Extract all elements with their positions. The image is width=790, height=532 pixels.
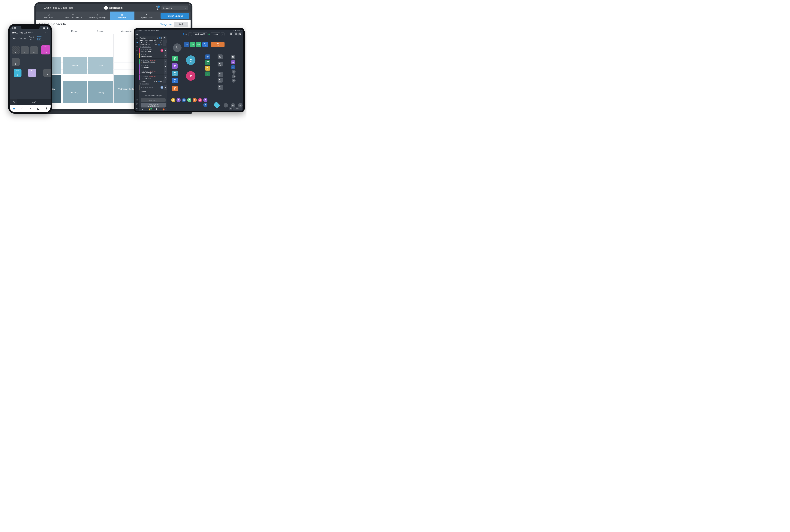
- date-picker[interactable]: Wed, Aug 24: [12, 31, 27, 34]
- reservation-item[interactable]: 210:36 am • 12m12✦: [139, 85, 167, 90]
- server-chip[interactable]: ◉B7: [203, 98, 207, 102]
- nav-announce-icon[interactable]: ◣: [37, 107, 39, 110]
- table[interactable]: 4: [30, 46, 38, 54]
- tab-guest-list[interactable]: Guest List: [29, 36, 35, 41]
- reservation-item[interactable]: 312:00 pm • 10:47 amLaura Young✦: [139, 75, 167, 80]
- table[interactable]: 7: [43, 69, 51, 77]
- table[interactable]: ◉353: [218, 72, 223, 77]
- table[interactable]: ◉224: [172, 78, 178, 83]
- schedule-block[interactable]: Lunch: [88, 57, 113, 74]
- rail-item[interactable]: ▥: [136, 37, 138, 39]
- bell-icon[interactable]: 🔔4: [146, 108, 153, 111]
- table[interactable]: 2: [12, 46, 20, 54]
- clock-icon[interactable]: ◷: [10, 99, 17, 105]
- table[interactable]: ◉255: [218, 85, 223, 90]
- add-button[interactable]: Add: [174, 22, 188, 27]
- rail-item[interactable]: ▤: [136, 45, 138, 48]
- floor-selector[interactable]: Main: [17, 99, 51, 105]
- server-chip[interactable]: ◉B3: [182, 98, 186, 102]
- table[interactable]: ◉221: [172, 56, 178, 61]
- server-chip[interactable]: ◉B2: [177, 98, 181, 102]
- table[interactable]: ◉111: [173, 43, 182, 52]
- table[interactable]: C3: [231, 65, 235, 69]
- section-seated[interactable]: Seated ⚭ 29👤 68⌃: [139, 80, 167, 83]
- section-reservations[interactable]: Reservations ⚭ 6👤 23⌃: [139, 43, 167, 46]
- collapse-icon[interactable]: ⇤: [136, 108, 138, 110]
- date-picker[interactable]: Wed, Aug 12: [193, 32, 207, 36]
- table[interactable]: ◉225: [172, 86, 178, 91]
- table[interactable]: C2: [231, 60, 235, 64]
- gear-icon[interactable]: ⚙: [136, 99, 138, 101]
- reservation-action[interactable]: ✦: [164, 53, 167, 58]
- chevron-left-icon[interactable]: ‹: [188, 32, 192, 36]
- phone-floor-plan[interactable]: 234◉ 2191◉ 35◉ 167: [10, 42, 51, 97]
- table[interactable]: C5: [232, 74, 236, 78]
- shift-picker[interactable]: Lunch: [210, 32, 220, 36]
- change-log-link[interactable]: Change Log: [160, 23, 171, 25]
- tab-floor-plan[interactable]: Floor Plan: [37, 36, 43, 41]
- tab-overview[interactable]: Overview: [18, 37, 26, 39]
- nav-gear-icon[interactable]: ⚙: [45, 107, 48, 110]
- tab-floor-plan[interactable]: ▢Floor Plan: [36, 12, 61, 20]
- shift-picker[interactable]: dinner: [28, 32, 34, 34]
- tab-stats[interactable]: Stats: [12, 37, 16, 39]
- sort-link[interactable]: by seated time: [139, 83, 167, 85]
- server-chip[interactable]: ◉B8: [203, 103, 207, 107]
- server-chip[interactable]: ◉B5: [192, 98, 197, 102]
- shield-icon[interactable]: ⛊: [153, 108, 160, 111]
- table[interactable]: ◉ 16: [28, 69, 36, 77]
- table[interactable]: L4: [238, 103, 242, 108]
- table[interactable]: ◉ 219: [41, 45, 50, 55]
- table[interactable]: ◉252: [218, 62, 223, 66]
- table[interactable]: ◉ 35: [14, 69, 21, 77]
- table[interactable]: ◉331: [186, 55, 196, 65]
- rail-item[interactable]: ⌂: [136, 54, 137, 56]
- tab-availability-settings[interactable]: ⎘Availability Settings: [85, 12, 110, 20]
- waitlist-slot[interactable]: 45m3: [149, 39, 153, 43]
- clock-icon[interactable]: ◷: [228, 107, 233, 110]
- reservation-action[interactable]: ✦: [164, 85, 167, 90]
- tab-special-days[interactable]: ✦Special Days: [134, 12, 159, 20]
- reservation-item[interactable]: 410:44 am • 4mThomas Mink32✦: [139, 48, 167, 53]
- reservation-action[interactable]: ✦: [164, 64, 167, 69]
- bell-off-icon[interactable]: 🔕: [160, 108, 167, 111]
- table[interactable]: ◉151: [218, 55, 223, 59]
- tablet-floor-plan[interactable]: ◷ Main ◉1111213a13b◉214◉115◉221◉331◉122◉…: [167, 36, 243, 111]
- reservation-item[interactable]: 211:45 amBruce Cuevas✦: [139, 53, 167, 59]
- reservation-action[interactable]: ✦: [164, 59, 167, 64]
- reservation-action[interactable]: ✦: [164, 75, 167, 80]
- chevron-right-icon[interactable]: ›: [48, 31, 48, 34]
- reservation-action[interactable]: ✦: [164, 69, 167, 75]
- reservation-action[interactable]: ✦: [164, 48, 167, 53]
- table[interactable]: ◉115: [211, 42, 224, 47]
- reservation-item[interactable]: 411:45 am • 10:47 amIrene Rodriguez✦: [139, 69, 167, 75]
- publish-updates-button[interactable]: Publish Updates: [161, 13, 189, 19]
- table[interactable]: C4: [232, 70, 236, 74]
- list-view-icon[interactable]: ▤: [234, 32, 237, 36]
- note-icon[interactable]: 🗎: [139, 108, 146, 111]
- tab-schedule[interactable]: ▦Schedule: [110, 12, 134, 20]
- table[interactable]: ◉143: [205, 66, 210, 71]
- table[interactable]: 13b: [196, 42, 201, 47]
- schedule-block[interactable]: Monday: [63, 81, 87, 103]
- table[interactable]: ◉122: [172, 63, 178, 69]
- table[interactable]: ◉242: [205, 60, 210, 65]
- server-chip[interactable]: ◉B6: [198, 98, 202, 102]
- section-servers[interactable]: Servers: [139, 90, 167, 93]
- waitlist-slot[interactable]: 1h5+: [158, 39, 163, 43]
- section-waitlist[interactable]: Waitlist ⚭ 0👤 0⌃: [139, 36, 167, 39]
- table[interactable]: 12: [184, 42, 189, 47]
- table[interactable]: ◉1C1: [231, 55, 235, 59]
- table[interactable]: 3: [21, 46, 29, 54]
- host-stand[interactable]: [213, 101, 220, 109]
- server-chip[interactable]: ◉B1: [171, 98, 175, 102]
- table[interactable]: 44: [205, 72, 210, 76]
- help-icon[interactable]: ?1: [156, 6, 159, 10]
- nav-book-icon[interactable]: ▣: [13, 107, 15, 110]
- tab-table-combinations[interactable]: ⧉Table Combinations: [61, 12, 85, 20]
- table[interactable]: ◉214: [202, 42, 208, 47]
- hamburger-icon[interactable]: [39, 6, 42, 10]
- nav-share-icon[interactable]: ↗: [30, 107, 32, 110]
- waitlist-slot[interactable]: 45m1: [139, 39, 144, 43]
- user-menu[interactable]: Benaz Irani⌄: [162, 5, 188, 10]
